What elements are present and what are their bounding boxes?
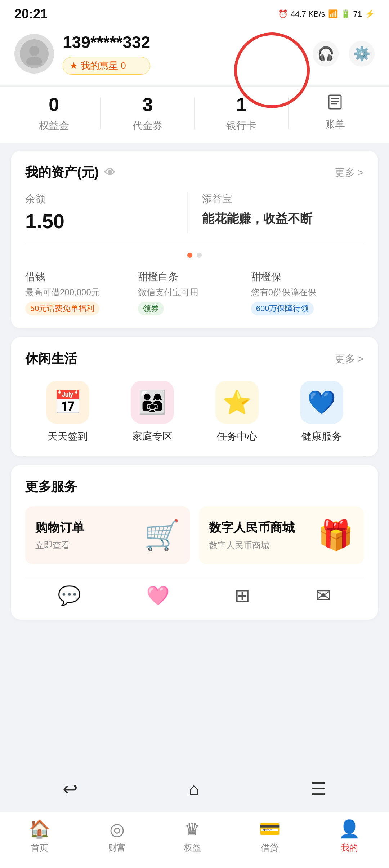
user-header: 139*****332 ★ 我的惠星 0 🎧 ⚙️ [0, 25, 389, 85]
digital-text: 数字人民币商城 数字人民币商城 [209, 519, 295, 551]
extra-grid[interactable]: ⊞ [234, 585, 250, 607]
charging-icon: ⚡ [365, 9, 375, 19]
asset-tianyi[interactable]: 添益宝 能花能赚，收益不断 [187, 192, 364, 233]
menu-button[interactable]: ☰ [310, 779, 326, 800]
shopping-name: 购物订单 [35, 519, 84, 536]
mail-icon: ✉ [316, 585, 331, 606]
bill-label: 账单 [325, 118, 345, 131]
loan-baitiao-tag: 领券 [138, 302, 164, 315]
tianyi-slogan: 能花能赚，收益不断 [202, 209, 364, 228]
bottom-nav: 🏠 首页 ◎ 财富 ♛ 权益 💳 借贷 👤 我的 [0, 811, 389, 868]
svg-rect-2 [329, 95, 341, 109]
balance-amount: 1.50 [25, 209, 187, 233]
leisure-task[interactable]: ⭐ 任务中心 [215, 381, 259, 443]
svg-point-0 [29, 46, 39, 56]
battery-icon: 🔋 [341, 9, 350, 19]
leisure-card: 休闲生活 更多 > 📅 天天签到 👨‍👩‍👧 家庭专区 ⭐ 任务中心 [11, 337, 378, 456]
nav-benefits[interactable]: ♛ 权益 [184, 819, 201, 854]
asset-title: 我的资产(元) 👁 [25, 164, 115, 181]
asset-content: 余额 1.50 添益宝 能花能赚，收益不断 [25, 192, 364, 244]
star-badge[interactable]: ★ 我的惠星 0 [63, 57, 150, 75]
service-digital[interactable]: 数字人民币商城 数字人民币商城 🎁 [199, 506, 364, 564]
avatar-icon [20, 39, 49, 68]
balance-label: 余额 [25, 192, 187, 206]
eye-icon[interactable]: 👁 [104, 167, 115, 179]
tianyi-label: 添益宝 [202, 192, 364, 206]
avatar[interactable] [14, 34, 54, 74]
services-card: 更多服务 购物订单 立即查看 🛒 数字人民币商城 数字人民币商城 🎁 [11, 465, 378, 620]
health-label: 健康服务 [301, 430, 342, 443]
digital-sub: 数字人民币商城 [209, 540, 295, 551]
headset-button[interactable]: 🎧 [313, 41, 339, 67]
mine-nav-label: 我的 [341, 842, 358, 854]
username: 139*****332 [63, 32, 150, 52]
bankcard-label: 银行卡 [226, 119, 256, 133]
heart-icon: 🩷 [146, 585, 170, 607]
user-details: 139*****332 ★ 我的惠星 0 [63, 32, 150, 75]
health-icon: 💙 [300, 381, 343, 424]
badge-label: 我的惠星 0 [81, 59, 126, 72]
quanyi-num: 0 [49, 94, 59, 115]
leisure-title-text: 休闲生活 [25, 350, 77, 368]
status-time: 20:21 [14, 6, 48, 22]
extra-mail[interactable]: ✉ [316, 585, 331, 607]
loan-insurance[interactable]: 甜橙保 您有0份保障在保 600万保障待领 [251, 270, 364, 315]
user-info-section: 139*****332 ★ 我的惠星 0 [14, 32, 150, 75]
back-button[interactable]: ↩ [63, 779, 78, 800]
services-title-text: 更多服务 [25, 478, 77, 496]
bottom-spacer [0, 627, 389, 692]
settings-icon: ⚙️ [353, 46, 370, 62]
status-bar: 20:21 ⏰ 44.7 KB/s 📶 🔋 71 ⚡ [0, 0, 389, 25]
service-shopping[interactable]: 购物订单 立即查看 🛒 [25, 506, 190, 564]
bankcard-num: 1 [236, 94, 247, 115]
shopping-sub: 立即查看 [35, 540, 84, 551]
nav-loan[interactable]: 💳 借贷 [259, 819, 281, 854]
task-icon: ⭐ [215, 381, 259, 424]
system-nav-bar: ↩ ⌂ ☰ [0, 771, 389, 818]
dot-2 [197, 253, 202, 258]
stat-bill[interactable]: 账单 [289, 94, 382, 133]
services-title: 更多服务 [25, 478, 77, 496]
nav-wealth[interactable]: ◎ 财富 [108, 819, 126, 854]
stat-coupon[interactable]: 3 代金券 [101, 94, 194, 133]
nav-mine[interactable]: 👤 我的 [339, 819, 360, 854]
home-nav-icon: 🏠 [29, 819, 50, 839]
coupon-label: 代金券 [133, 119, 163, 133]
signal-icon: 📶 [328, 9, 338, 19]
bill-icon [327, 94, 343, 114]
dot-indicator [25, 253, 364, 258]
stat-quanyi[interactable]: 0 权益金 [7, 94, 100, 133]
stat-bankcard[interactable]: 1 银行卡 [195, 94, 288, 133]
loan-insurance-tag: 600万保障待领 [251, 302, 314, 315]
star-icon: ★ [70, 60, 78, 71]
leisure-title: 休闲生活 [25, 350, 77, 368]
shopping-text: 购物订单 立即查看 [35, 519, 84, 551]
services-extra-icons: 💬 🩷 ⊞ ✉ [25, 577, 364, 607]
digital-name: 数字人民币商城 [209, 519, 295, 536]
wealth-nav-label: 财富 [108, 842, 126, 854]
extra-heart[interactable]: 🩷 [146, 585, 170, 607]
leisure-items: 📅 天天签到 👨‍👩‍👧 家庭专区 ⭐ 任务中心 💙 健康服务 [25, 381, 364, 443]
loan-borrow[interactable]: 借钱 最高可借200,000元 50元话费免单福利 [25, 270, 138, 315]
nav-home[interactable]: 🏠 首页 [29, 819, 50, 854]
leisure-family[interactable]: 👨‍👩‍👧 家庭专区 [131, 381, 174, 443]
extra-wechat[interactable]: 💬 [58, 585, 81, 607]
leisure-signin[interactable]: 📅 天天签到 [46, 381, 89, 443]
settings-button[interactable]: ⚙️ [349, 41, 375, 67]
family-icon: 👨‍👩‍👧 [131, 381, 174, 424]
shopping-icon: 🛒 [144, 518, 180, 552]
asset-more-btn[interactable]: 更多 > [335, 166, 364, 180]
services-grid: 购物订单 立即查看 🛒 数字人民币商城 数字人民币商城 🎁 [25, 506, 364, 564]
svg-point-1 [26, 57, 42, 65]
quick-stats-bar: 0 权益金 3 代金券 1 银行卡 账单 [0, 86, 389, 143]
home-button[interactable]: ⌂ [188, 779, 199, 800]
wealth-nav-icon: ◎ [109, 819, 125, 839]
asset-card-header: 我的资产(元) 👁 更多 > [25, 164, 364, 181]
loan-baitiao[interactable]: 甜橙白条 微信支付宝可用 领券 [138, 270, 251, 315]
home-nav-label: 首页 [31, 842, 48, 854]
asset-balance[interactable]: 余额 1.50 [25, 192, 187, 233]
coupon-num: 3 [142, 94, 153, 115]
leisure-health[interactable]: 💙 健康服务 [300, 381, 343, 443]
signin-icon: 📅 [46, 381, 89, 424]
leisure-more-btn[interactable]: 更多 > [335, 352, 364, 366]
